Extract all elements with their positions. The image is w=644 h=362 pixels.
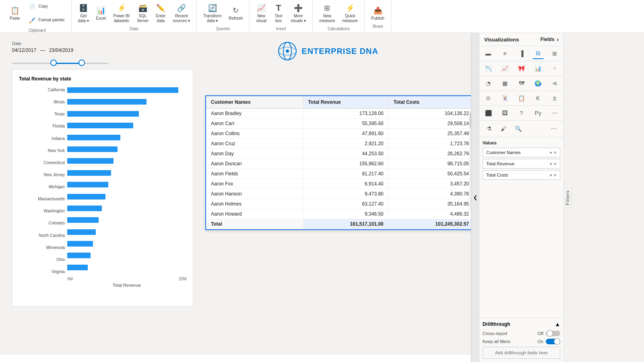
text-box-button[interactable]: T Textbox	[271, 2, 286, 25]
table-row: Aaron Hanson9,473.804,390.78	[206, 189, 471, 199]
viz-more-btn[interactable]: ⋯	[548, 123, 559, 134]
analytics-icon-btn[interactable]: 🔍	[512, 123, 524, 134]
total-costs-remove-btn[interactable]: ✕	[553, 173, 557, 177]
table-cell: 55,395.60	[303, 119, 388, 129]
transform-data-button[interactable]: 🔄 Transformdata ▾	[201, 2, 224, 25]
copy-button[interactable]: 📄 Copy	[25, 0, 67, 13]
table-row: Aaron Duncan155,962.6098,715.05	[206, 159, 471, 169]
viz-icon-funnel[interactable]: ⊲	[549, 78, 560, 89]
viz-icon-scatter[interactable]: ⁘	[549, 63, 560, 74]
table-cell: 44,253.50	[303, 149, 388, 159]
insert-group: 📈 Newvisual T Textbox ➕ Morevisuals ▾ In…	[250, 0, 313, 33]
new-visual-button[interactable]: 📈 Newvisual	[254, 2, 269, 25]
cross-report-state: Off	[538, 331, 543, 336]
cross-report-toggle[interactable]: Off	[538, 331, 560, 336]
viz-icon-shape[interactable]: ⬛	[483, 107, 494, 119]
bar-y-label: Ohio	[56, 256, 65, 263]
customer-names-expand-btn[interactable]: ▾	[550, 150, 552, 155]
viz-icon-multi-row-card[interactable]: 📋	[516, 93, 527, 104]
viz-icon-stacked-bar[interactable]: ▬	[483, 48, 494, 59]
viz-panel-header: Visualizations Fields ›	[479, 33, 564, 46]
sql-server-button[interactable]: 🗃️ SQLServer	[134, 2, 151, 25]
viz-icon-line[interactable]: 📉	[483, 63, 494, 74]
viz-icon-matrix[interactable]: ⊞	[549, 48, 560, 59]
format-icon-btn[interactable]: 🖌	[498, 123, 509, 134]
viz-icon-kpi[interactable]: K	[533, 93, 544, 104]
viz-icon-ribbon[interactable]: 🎀	[516, 63, 527, 74]
viz-icon-gauge[interactable]: ⊙	[483, 93, 494, 104]
table-cell: Aaron Day	[206, 149, 303, 159]
viz-icon-clustered-bar[interactable]: ≡	[499, 48, 510, 59]
date-slider[interactable]	[12, 57, 109, 69]
customer-names-field[interactable]: Customer Names ▾ ✕	[483, 148, 560, 157]
viz-icons-row-2: 📉 📈 🎀 📊 ⁘	[479, 61, 564, 76]
viz-icon-card[interactable]: 🃏	[499, 93, 510, 104]
bar-y-label: Indiana	[52, 135, 65, 142]
viz-icon-table[interactable]: ⊟	[533, 48, 544, 59]
data-table-container: Customer Names Total Revenue Total Costs…	[205, 95, 471, 230]
total-costs-expand-btn[interactable]: ▾	[550, 173, 552, 177]
customer-names-remove-btn[interactable]: ✕	[553, 150, 557, 155]
table-cell: 63,127.40	[303, 199, 388, 209]
get-data-button[interactable]: 🗄️ Getdata ▾	[76, 2, 91, 25]
quick-measure-button[interactable]: ⚡ Quickmeasure	[340, 2, 360, 25]
viz-icon-py[interactable]: Py	[533, 107, 544, 119]
new-measure-button[interactable]: ⊞ Newmeasure	[317, 2, 337, 25]
total-revenue-field[interactable]: Total Revenue ▾ ✕	[483, 159, 560, 169]
power-bi-datasets-button[interactable]: ⚡ Power BIdatasets	[111, 2, 132, 25]
table-cell: 6,914.40	[303, 179, 388, 189]
refresh-button[interactable]: ↻ Refresh	[226, 4, 245, 23]
enter-data-button[interactable]: ✏️ Enterdata	[153, 2, 168, 25]
viz-icon-image[interactable]: 🖼	[499, 107, 510, 119]
viz-icon-more[interactable]: ⋯	[549, 107, 560, 119]
panel-expand-icon[interactable]: ›	[557, 36, 559, 43]
bar-row	[67, 146, 186, 153]
drillthrough-collapse-btn[interactable]: ▲	[555, 321, 560, 327]
slider-thumb-left[interactable]	[50, 60, 57, 66]
power-bi-icon: ⚡	[117, 3, 126, 13]
viz-icon-stacked-bar-100[interactable]: ▐	[516, 48, 527, 59]
excel-button[interactable]: 📊 Excel	[94, 4, 108, 23]
slider-thumb-right[interactable]	[78, 60, 85, 66]
keep-all-filters-toggle[interactable]: On	[537, 339, 560, 344]
table-cell: Aaron Cruz	[206, 139, 303, 149]
bar-y-label: New York	[48, 147, 65, 154]
x-axis-min: 0M	[67, 277, 73, 281]
cross-report-label: Cross-report	[483, 331, 507, 336]
bar-row	[67, 110, 186, 117]
bar-fill	[67, 87, 178, 93]
bar-chart-container: Total Revenue by state CaliforniaIllinoi…	[12, 69, 193, 306]
total-costs-field[interactable]: Total Costs ▾ ✕	[483, 170, 560, 180]
total-revenue-remove-btn[interactable]: ✕	[553, 162, 557, 166]
collapse-button[interactable]: ❮	[471, 33, 479, 362]
viz-icon-area[interactable]: 📈	[499, 63, 510, 74]
publish-button[interactable]: 📤 Publish	[369, 4, 387, 23]
viz-icon-treemap[interactable]: ▦	[499, 78, 510, 89]
filter-icon-btn[interactable]: ⚗	[483, 123, 495, 134]
drillthrough-fields-drop[interactable]: Add drillthrough fields here	[483, 347, 560, 359]
table-scroll-indicator[interactable]	[469, 110, 471, 211]
date-end: 23/04/2019	[49, 47, 73, 53]
bar-y-label: New Jersey	[44, 171, 65, 179]
recent-sources-icon: 🔗	[177, 3, 186, 13]
fields-tab-link[interactable]: Fields	[541, 37, 555, 42]
viz-icon-pie[interactable]: ◔	[483, 78, 494, 89]
sql-server-label: SQLServer	[137, 14, 149, 23]
format-painter-button[interactable]: 🖌️ Format painter	[25, 14, 67, 27]
values-section: Values Customer Names ▾ ✕ Total Revenue …	[479, 137, 564, 317]
viz-icon-qna[interactable]: ?	[516, 107, 527, 119]
recent-sources-button[interactable]: 🔗 Recentsources ▾	[170, 2, 192, 25]
cross-report-track[interactable]	[546, 331, 560, 336]
viz-icon-map[interactable]: 🗺	[516, 78, 527, 89]
viz-icon-waterfall[interactable]: 📊	[533, 63, 544, 74]
total-costs-field-actions: ▾ ✕	[550, 173, 557, 177]
total-revenue-expand-btn[interactable]: ▾	[550, 162, 552, 166]
paste-button[interactable]: 📋 Paste	[7, 4, 23, 23]
keep-all-filters-thumb	[554, 338, 560, 345]
date-label: Date	[12, 41, 109, 46]
viz-icon-slicer[interactable]: ⧖	[549, 93, 560, 104]
keep-all-filters-track[interactable]	[546, 339, 560, 344]
more-visuals-button[interactable]: ➕ Morevisuals ▾	[288, 2, 308, 25]
bar-y-label: Virginia	[52, 268, 65, 276]
viz-icon-filled-map[interactable]: 🌍	[533, 78, 544, 89]
